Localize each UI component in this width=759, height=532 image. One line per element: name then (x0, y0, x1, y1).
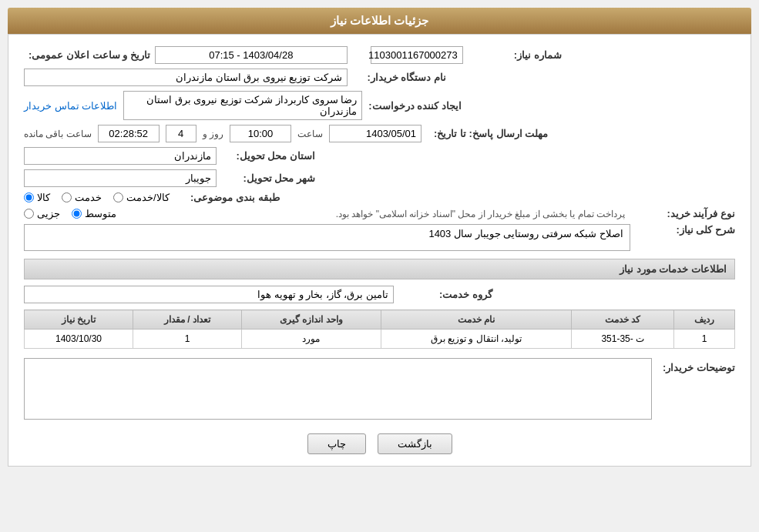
remaining-value: 02:28:52 (98, 125, 160, 142)
cell-quantity: 1 (133, 330, 242, 349)
purchase-type-motavaset[interactable]: متوسط (72, 208, 116, 219)
service-group-value: تامین برق، گاز، بخار و تهویه هوا (24, 286, 394, 303)
requester-label: ایجاد کننده درخواست: (368, 100, 462, 112)
purchase-type-jozee[interactable]: جزیی (24, 208, 60, 219)
reply-deadline-label: مهلت ارسال پاسخ: تا تاریخ: (434, 128, 548, 139)
remaining-label: ساعت باقی مانده (24, 129, 92, 139)
services-section-header: اطلاعات خدمات مورد نیاز (24, 259, 735, 279)
service-group-row: گروه خدمت: تامین برق، گاز، بخار و تهویه … (24, 286, 735, 303)
col-unit: واحد اندازه گیری (241, 310, 381, 330)
reply-time-value: 10:00 (230, 125, 291, 142)
buyer-org-row: نام دستگاه خریدار: شرکت توزیع نیروی برق … (24, 69, 735, 86)
back-button[interactable]: بازگشت (378, 433, 452, 454)
col-service-name: نام خدمت (381, 310, 572, 330)
purchase-type-label: نوع فرآیند خرید: (643, 208, 735, 219)
need-number-row: شماره نیاز: 1103001167000273 1403/04/28 … (24, 46, 735, 64)
announcement-value: 1403/04/28 - 07:15 (155, 46, 348, 64)
province-row: استان محل تحویل: مازندران (24, 147, 735, 165)
services-table: ردیف کد خدمت نام خدمت واحد اندازه گیری ت… (24, 309, 735, 349)
city-row: شهر محل تحویل: جویبار (24, 169, 735, 187)
need-number-value: 1103001167000273 (371, 46, 463, 64)
city-value: جویبار (24, 169, 217, 187)
reply-time-label: ساعت (297, 129, 323, 139)
general-desc-row: شرح کلی نیاز: اصلاح شبکه سرفتی روستایی ج… (24, 224, 735, 251)
cell-service-name: تولید، انتقال و توزیع برق (381, 330, 572, 349)
need-number-label: شماره نیاز: (469, 49, 562, 61)
col-service-code: کد خدمت (572, 310, 674, 330)
classification-label: طبقه بندی موضوعی: (187, 192, 280, 203)
reply-days-value: 4 (166, 125, 196, 142)
classification-kala[interactable]: کالا (24, 192, 50, 203)
cell-row-num: 1 (674, 330, 735, 349)
city-label: شهر محل تحویل: (223, 172, 315, 184)
requester-row: ایجاد کننده درخواست: رضا سروی کاربرداز ش… (24, 91, 735, 120)
buyer-desc-textarea[interactable] (24, 358, 652, 420)
general-desc-label: شرح کلی نیاز: (643, 224, 735, 236)
buyer-desc-row: توضیحات خریدار: (24, 358, 735, 422)
page-container: جزئیات اطلاعات نیاز شماره نیاز: 11030011… (0, 0, 759, 532)
cell-need-date: 1403/10/30 (25, 330, 133, 349)
buyer-org-label: نام دستگاه خریدار: (354, 72, 446, 83)
reply-deadline-row: مهلت ارسال پاسخ: تا تاریخ: 1403/05/01 سا… (24, 125, 735, 142)
purchase-type-row: نوع فرآیند خرید: پرداخت تمام یا بخشی از … (24, 208, 735, 219)
purchase-type-note: پرداخت تمام یا بخشی از مبلغ خریدار از مح… (128, 209, 625, 219)
table-row: 1 ت -35-351 تولید، انتقال و توزیع برق مو… (25, 330, 735, 349)
buttons-row: بازگشت چاپ (24, 433, 735, 454)
col-row-num: ردیف (674, 310, 735, 330)
col-quantity: تعداد / مقدار (133, 310, 242, 330)
col-need-date: تاریخ نیاز (25, 310, 133, 330)
province-value: مازندران (24, 147, 217, 165)
print-button[interactable]: چاپ (307, 433, 366, 454)
cell-service-code: ت -35-351 (572, 330, 674, 349)
reply-days-label: روز و (203, 129, 223, 139)
classification-khedmat[interactable]: خدمت (62, 192, 102, 203)
main-card: شماره نیاز: 1103001167000273 1403/04/28 … (8, 34, 751, 467)
buyer-desc-label: توضیحات خریدار: (658, 358, 735, 373)
announcement-label: تاریخ و ساعت اعلان عمومی: (29, 49, 150, 61)
reply-date-value: 1403/05/01 (329, 125, 421, 142)
classification-row: طبقه بندی موضوعی: کالا/خدمت خدمت کالا (24, 192, 735, 203)
classification-kala-khedmat[interactable]: کالا/خدمت (113, 192, 170, 203)
general-desc-value: اصلاح شبکه سرفتی روستایی جویبار سال 1403 (24, 224, 630, 251)
cell-unit: مورد (241, 330, 381, 349)
requester-value: رضا سروی کاربرداز شرکت توزیع نیروی برق ا… (123, 91, 362, 120)
page-title: جزئیات اطلاعات نیاز (8, 8, 751, 34)
province-label: استان محل تحویل: (223, 150, 315, 162)
requester-contact-link[interactable]: اطلاعات تماس خریدار (24, 100, 117, 112)
buyer-org-value: شرکت توزیع نیروی برق استان مازندران (24, 69, 348, 86)
service-group-label: گروه خدمت: (400, 289, 492, 300)
